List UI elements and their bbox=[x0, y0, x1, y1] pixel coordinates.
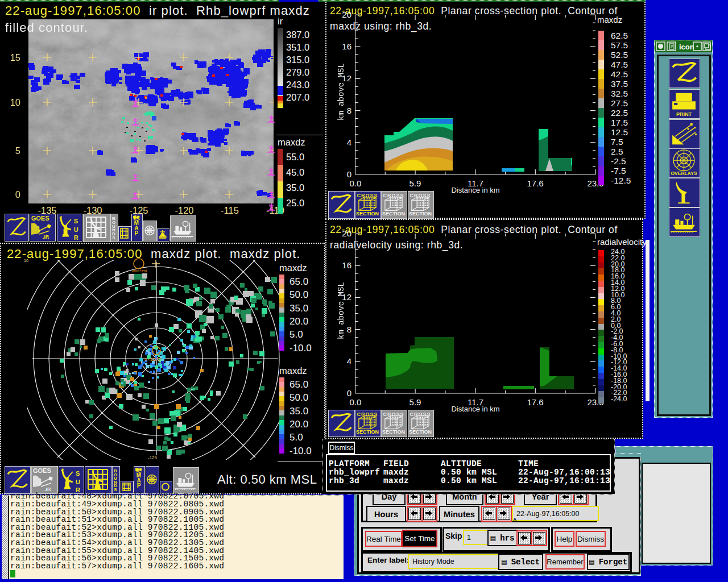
svg-text:SECTION: SECTION bbox=[409, 429, 432, 435]
svg-text:10: 10 bbox=[24, 259, 28, 263]
svg-text:P: P bbox=[137, 483, 141, 489]
svg-text:SECTION: SECTION bbox=[382, 429, 405, 435]
svg-text:GOES: GOES bbox=[31, 215, 49, 222]
svg-text:PRINT: PRINT bbox=[676, 111, 692, 117]
svg-text:SECTION: SECTION bbox=[356, 211, 379, 217]
svg-text:SECTION: SECTION bbox=[356, 429, 379, 435]
svg-text:U: U bbox=[74, 226, 78, 233]
svg-text:.IR: .IR bbox=[43, 234, 49, 240]
svg-text:U: U bbox=[76, 479, 80, 485]
svg-text:-125: -125 bbox=[148, 455, 158, 460]
svg-text:SECTION: SECTION bbox=[382, 211, 405, 217]
svg-text:P: P bbox=[135, 230, 139, 236]
svg-text:R: R bbox=[74, 234, 78, 240]
svg-text:who+est: who+est bbox=[131, 269, 147, 273]
svg-text:S: S bbox=[76, 470, 80, 477]
svg-text:S: S bbox=[112, 235, 115, 240]
svg-text:b-<125-6: b-<125-6 bbox=[144, 357, 160, 361]
svg-text:GOES: GOES bbox=[33, 467, 51, 474]
svg-text:icon: icon bbox=[679, 43, 694, 51]
svg-text:SECTION: SECTION bbox=[409, 211, 432, 217]
svg-text:S: S bbox=[74, 218, 78, 225]
svg-text:OVERLAYS: OVERLAYS bbox=[671, 171, 697, 176]
